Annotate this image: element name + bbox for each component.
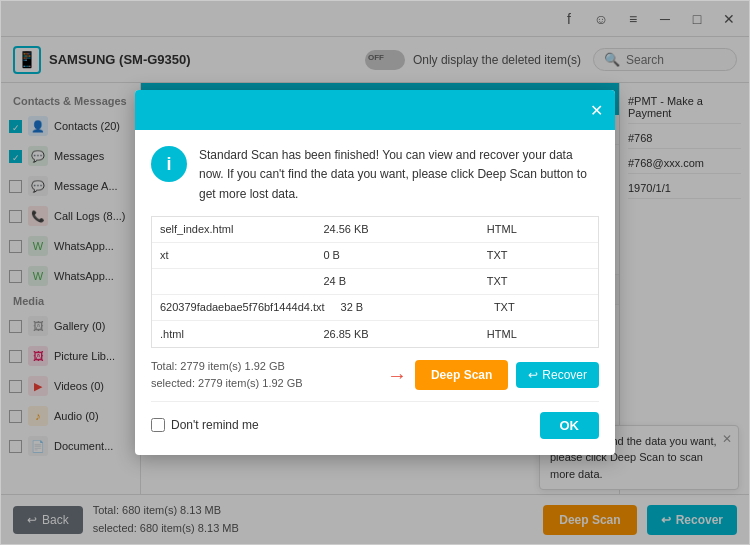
- modal-table-row-3: 620379fadaebae5f76bf1444d4.txt 32 B TXT: [152, 295, 598, 321]
- modal-file-1: xt: [152, 249, 315, 261]
- modal-buttons: → Deep Scan ↩ Recover: [387, 360, 599, 390]
- modal-file-4: .html: [152, 328, 315, 340]
- info-icon: i: [151, 146, 187, 182]
- modal-type-2: TXT: [479, 275, 598, 287]
- modal-table-row-0: self_index.html 24.56 KB HTML: [152, 217, 598, 243]
- modal-deep-scan-button[interactable]: Deep Scan: [415, 360, 508, 390]
- modal-table: self_index.html 24.56 KB HTML xt 0 B TXT…: [151, 216, 599, 348]
- modal-file-3: 620379fadaebae5f76bf1444d4.txt: [152, 301, 333, 313]
- modal-overlay: ✕ i Standard Scan has been finished! You…: [1, 1, 749, 544]
- modal-type-3: TXT: [486, 301, 598, 313]
- modal-size-4: 26.85 KB: [315, 328, 478, 340]
- modal-size-0: 24.56 KB: [315, 223, 478, 235]
- modal-reminder-row: Don't remind me OK: [151, 401, 599, 439]
- modal-recover-button[interactable]: ↩ Recover: [516, 362, 599, 388]
- reminder-checkbox[interactable]: [151, 418, 165, 432]
- reminder-text: Don't remind me: [171, 418, 259, 432]
- scan-complete-modal: ✕ i Standard Scan has been finished! You…: [135, 90, 615, 455]
- modal-file-0: self_index.html: [152, 223, 315, 235]
- modal-close-button[interactable]: ✕: [590, 101, 603, 120]
- modal-size-1: 0 B: [315, 249, 478, 261]
- modal-total-info: Total: 2779 item(s) 1.92 GB selected: 27…: [151, 358, 303, 393]
- modal-type-1: TXT: [479, 249, 598, 261]
- modal-recover-label: Recover: [542, 368, 587, 382]
- modal-size-3: 32 B: [333, 301, 486, 313]
- modal-total: Total: 2779 item(s) 1.92 GB: [151, 358, 303, 376]
- modal-table-row-2: 24 B TXT: [152, 269, 598, 295]
- modal-header: ✕: [135, 90, 615, 130]
- modal-table-row-4: .html 26.85 KB HTML: [152, 321, 598, 347]
- modal-message-text: Standard Scan has been finished! You can…: [199, 146, 599, 204]
- modal-message: i Standard Scan has been finished! You c…: [151, 146, 599, 204]
- modal-selected: selected: 2779 item(s) 1.92 GB: [151, 375, 303, 393]
- arrow-icon: →: [387, 364, 407, 387]
- modal-footer-row: Total: 2779 item(s) 1.92 GB selected: 27…: [151, 358, 599, 393]
- modal-table-row-1: xt 0 B TXT: [152, 243, 598, 269]
- modal-type-4: HTML: [479, 328, 598, 340]
- app-window: f ☺ ≡ ─ □ ✕ 📱 SAMSUNG (SM-G9350) OFF Onl…: [0, 0, 750, 545]
- modal-size-2: 24 B: [315, 275, 478, 287]
- modal-body: i Standard Scan has been finished! You c…: [135, 130, 615, 455]
- reminder-label[interactable]: Don't remind me: [151, 418, 259, 432]
- ok-button[interactable]: OK: [540, 412, 600, 439]
- modal-type-0: HTML: [479, 223, 598, 235]
- modal-recover-icon: ↩: [528, 368, 538, 382]
